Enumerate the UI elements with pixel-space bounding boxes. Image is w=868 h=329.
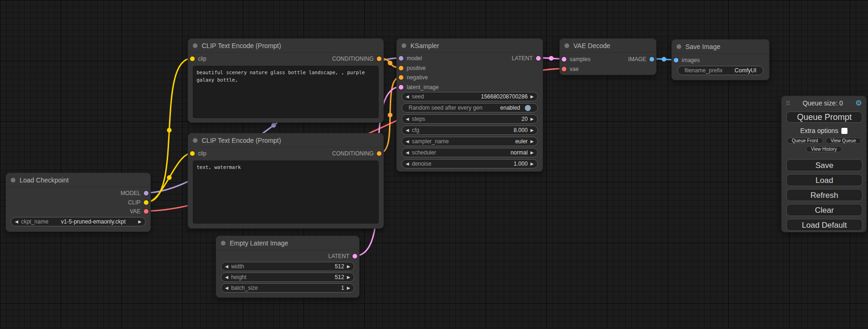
node-clip-text-encode-positive[interactable]: CLIP Text Encode (Prompt) clip CONDITION… — [188, 38, 384, 123]
conditioning-slot-dot-icon[interactable] — [399, 66, 403, 70]
cfg-widget[interactable]: ◀ cfg 8.000 ▶ — [402, 126, 538, 135]
output-slot-vae[interactable]: VAE — [130, 207, 148, 216]
batch-size-widget[interactable]: ◀ batch_size 1 ▶ — [221, 283, 354, 293]
node-title-bar[interactable]: CLIP Text Encode (Prompt) — [188, 133, 383, 147]
latent-slot-dot-icon[interactable] — [353, 254, 357, 259]
view-queue-button[interactable]: View Queue — [826, 138, 861, 144]
node-title-bar[interactable]: Empty Latent Image — [216, 236, 359, 250]
output-slot-latent[interactable]: LATENT — [512, 54, 541, 63]
input-slot-images[interactable]: images — [674, 56, 700, 65]
node-save-image[interactable]: Save Image images filename_prefix ComfyU… — [671, 39, 769, 80]
node-title-bar[interactable]: VAE Decode — [560, 39, 656, 53]
denoise-widget[interactable]: ◀ denoise 1.000 ▶ — [402, 159, 538, 168]
conditioning-slot-dot-icon[interactable] — [377, 151, 381, 156]
increment-arrow-icon[interactable]: ▶ — [138, 220, 141, 224]
collapse-dot-icon[interactable] — [565, 43, 569, 48]
output-slot-clip[interactable]: CLIP — [128, 198, 148, 207]
filename-prefix-widget[interactable]: filename_prefix ComfyUI — [677, 66, 763, 75]
increment-arrow-icon[interactable]: ▶ — [530, 151, 534, 155]
node-title-bar[interactable]: Load Checkpoint — [6, 173, 150, 187]
height-widget[interactable]: ◀ height 512 ▶ — [221, 273, 354, 282]
decrement-arrow-icon[interactable]: ◀ — [225, 286, 228, 290]
view-history-button[interactable]: View History — [806, 146, 842, 152]
decrement-arrow-icon[interactable]: ◀ — [406, 140, 409, 144]
input-slot-vae[interactable]: vae — [562, 64, 579, 74]
input-slot-samples[interactable]: samples — [562, 55, 591, 64]
save-button[interactable]: Save — [786, 159, 862, 171]
decrement-arrow-icon[interactable]: ◀ — [406, 117, 409, 121]
collapse-dot-icon[interactable] — [677, 44, 681, 49]
load-button[interactable]: Load — [786, 174, 862, 186]
node-vae-decode[interactable]: VAE Decode samples vae IMAGE — [559, 38, 656, 75]
model-slot-dot-icon[interactable] — [144, 191, 148, 196]
decrement-arrow-icon[interactable]: ◀ — [225, 265, 228, 269]
input-slot-latent-image[interactable]: latent_image — [399, 83, 439, 92]
extra-options-checkbox[interactable] — [841, 128, 847, 134]
increment-arrow-icon[interactable]: ▶ — [530, 140, 534, 144]
scheduler-widget[interactable]: ◀ scheduler normal ▶ — [402, 148, 538, 157]
decrement-arrow-icon[interactable]: ◀ — [406, 128, 409, 133]
output-slot-latent[interactable]: LATENT — [328, 252, 357, 261]
node-empty-latent-image[interactable]: Empty Latent Image LATENT ◀ width 512 ▶ … — [216, 236, 360, 298]
steps-widget[interactable]: ◀ steps 20 ▶ — [402, 114, 538, 124]
increment-arrow-icon[interactable]: ▶ — [530, 95, 534, 99]
decrement-arrow-icon[interactable]: ◀ — [406, 95, 409, 99]
input-slot-positive[interactable]: positive — [399, 63, 426, 73]
increment-arrow-icon[interactable]: ▶ — [530, 117, 534, 121]
input-slot-negative[interactable]: negative — [399, 73, 428, 82]
latent-slot-dot-icon[interactable] — [562, 57, 566, 62]
input-slot-clip[interactable]: clip — [190, 54, 206, 63]
image-slot-dot-icon[interactable] — [649, 57, 654, 62]
latent-slot-dot-icon[interactable] — [536, 56, 541, 61]
node-load-checkpoint[interactable]: Load Checkpoint MODEL CLIP VAE ◀ ckpt_na… — [6, 173, 151, 232]
increment-arrow-icon[interactable]: ▶ — [347, 275, 350, 280]
clip-slot-dot-icon[interactable] — [190, 151, 195, 156]
random-seed-toggle-widget[interactable]: Random seed after every gen enabled — [402, 103, 538, 112]
settings-gear-icon[interactable]: ⚙ — [855, 99, 862, 107]
output-slot-conditioning[interactable]: CONDITIONING — [332, 149, 381, 158]
model-slot-dot-icon[interactable] — [399, 56, 403, 61]
increment-arrow-icon[interactable]: ▶ — [347, 286, 350, 290]
clip-slot-dot-icon[interactable] — [144, 200, 148, 205]
decrement-arrow-icon[interactable]: ◀ — [406, 151, 409, 155]
queue-prompt-button[interactable]: Queue Prompt — [786, 112, 862, 123]
node-ksampler[interactable]: KSampler model positive negative latent_… — [396, 38, 543, 172]
sampler-name-widget[interactable]: ◀ sampler_name euler ▶ — [402, 137, 538, 146]
increment-arrow-icon[interactable]: ▶ — [530, 162, 534, 166]
conditioning-slot-dot-icon[interactable] — [377, 56, 381, 61]
load-default-button[interactable]: Load Default — [786, 219, 862, 231]
output-slot-image[interactable]: IMAGE — [628, 55, 654, 64]
width-widget[interactable]: ◀ width 512 ▶ — [221, 262, 354, 271]
decrement-arrow-icon[interactable]: ◀ — [15, 220, 18, 224]
image-slot-dot-icon[interactable] — [674, 58, 678, 63]
toggle-indicator-icon[interactable] — [525, 105, 531, 111]
input-slot-model[interactable]: model — [399, 54, 422, 63]
node-clip-text-encode-negative[interactable]: CLIP Text Encode (Prompt) clip CONDITION… — [188, 133, 384, 229]
conditioning-slot-dot-icon[interactable] — [399, 75, 403, 80]
vae-slot-dot-icon[interactable] — [562, 67, 566, 71]
increment-arrow-icon[interactable]: ▶ — [347, 265, 350, 269]
negative-prompt-textarea[interactable]: text, watermark — [193, 161, 379, 224]
output-slot-model[interactable]: MODEL — [120, 189, 148, 198]
output-slot-conditioning[interactable]: CONDITIONING — [332, 54, 381, 63]
input-slot-clip[interactable]: clip — [190, 149, 206, 158]
node-title-bar[interactable]: CLIP Text Encode (Prompt) — [188, 39, 383, 53]
clear-button[interactable]: Clear — [786, 204, 862, 216]
drag-handle-icon[interactable]: ⠿ — [786, 100, 790, 107]
latent-slot-dot-icon[interactable] — [399, 85, 403, 90]
ckpt-name-widget[interactable]: ◀ ckpt_name v1-5-pruned-emaonly.ckpt ▶ — [11, 217, 146, 226]
decrement-arrow-icon[interactable]: ◀ — [225, 275, 228, 280]
seed-widget[interactable]: ◀ seed 156680208700286 ▶ — [402, 92, 538, 101]
clip-slot-dot-icon[interactable] — [190, 56, 195, 61]
collapse-dot-icon[interactable] — [221, 241, 226, 245]
node-graph-canvas[interactable]: { "colors": { "model": "#b39ddb", "clip"… — [0, 0, 868, 329]
decrement-arrow-icon[interactable]: ◀ — [406, 162, 409, 166]
refresh-button[interactable]: Refresh — [786, 189, 862, 201]
collapse-dot-icon[interactable] — [193, 43, 198, 48]
increment-arrow-icon[interactable]: ▶ — [530, 128, 534, 133]
node-title-bar[interactable]: Save Image — [672, 40, 769, 54]
vae-slot-dot-icon[interactable] — [144, 209, 148, 214]
collapse-dot-icon[interactable] — [402, 43, 406, 48]
collapse-dot-icon[interactable] — [11, 178, 15, 182]
node-title-bar[interactable]: KSampler — [397, 39, 543, 53]
